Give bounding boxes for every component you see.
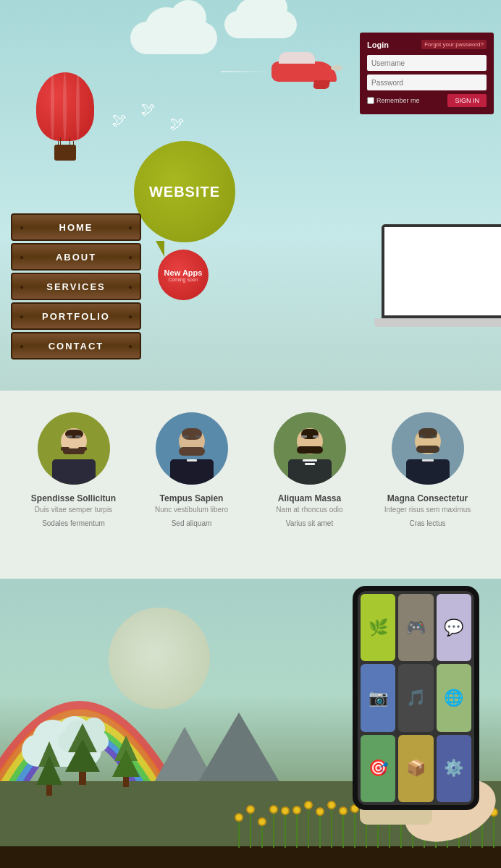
member-3-sub: Nam at rhoncus odio xyxy=(259,506,361,514)
svg-rect-26 xyxy=(416,446,439,453)
website-speech-bubble: WEBSITE xyxy=(134,141,235,242)
member-4-name: Magna Consectetur xyxy=(377,493,479,503)
phone-with-hand: 🌿 🎮 💬 📷 🎵 🌐 🎯 📦 ⚙️ xyxy=(353,586,479,810)
nav-services[interactable]: SERVICES xyxy=(11,273,141,300)
app-icon-7: 🎯 xyxy=(361,735,395,802)
avatar-2 xyxy=(156,412,228,485)
app-icon-4: 📷 xyxy=(361,664,395,731)
balloon-stripe xyxy=(51,72,54,141)
svg-rect-9 xyxy=(170,459,214,485)
nav-home[interactable]: HOME xyxy=(11,213,141,241)
password-input[interactable] xyxy=(367,75,487,90)
svg-rect-1 xyxy=(52,459,96,485)
username-input[interactable] xyxy=(367,55,487,71)
login-title: Login xyxy=(367,41,389,49)
svg-rect-20 xyxy=(313,435,319,438)
svg-rect-27 xyxy=(419,435,425,438)
dove-1: 🕊 xyxy=(112,112,127,129)
dove-2: 🕊 xyxy=(141,101,156,118)
cloud-1 xyxy=(130,22,217,54)
svg-rect-21 xyxy=(303,459,317,461)
laptop-base xyxy=(374,318,501,327)
login-header: Login Forgot your password? xyxy=(367,40,487,49)
new-apps-label: New Apps xyxy=(164,268,203,277)
avatar-3 xyxy=(274,412,346,485)
svg-rect-10 xyxy=(182,428,202,440)
team-member-4: Magna Consectetur Integer risus sem maxi… xyxy=(377,412,479,527)
app-icon-3: 💬 xyxy=(437,594,471,661)
svg-rect-11 xyxy=(179,447,205,456)
laptop xyxy=(382,224,501,327)
cloud-2 xyxy=(224,11,297,38)
avatar-1 xyxy=(38,412,110,485)
airplane xyxy=(217,61,337,82)
member-3-name: Aliquam Massa xyxy=(259,493,361,503)
svg-rect-5 xyxy=(67,435,72,438)
app-icon-6: 🌐 xyxy=(437,664,471,731)
tree-2 xyxy=(65,723,100,785)
nav-contact[interactable]: CONTACT xyxy=(11,332,141,359)
member-4-desc: Cras lectus xyxy=(377,519,479,527)
hot-air-balloon xyxy=(36,72,94,161)
app-icon-8: 📦 xyxy=(398,735,433,802)
svg-rect-6 xyxy=(75,435,81,438)
coming-soon-label: Coming soon xyxy=(168,277,198,282)
tree-mid xyxy=(36,756,62,785)
team-section: Spendisse Sollicitun Duis vitae semper t… xyxy=(0,391,501,579)
avatar-4 xyxy=(392,412,464,485)
tree-3 xyxy=(112,736,140,787)
nav-portfolio[interactable]: PORTFOLIO xyxy=(11,302,141,330)
member-1-desc: Sodales fermentum xyxy=(23,519,125,527)
tree-1 xyxy=(36,741,62,796)
svg-rect-29 xyxy=(422,459,434,461)
grass-bar xyxy=(0,846,501,868)
member-2-desc: Sed aliquam xyxy=(141,519,243,527)
app-icon-5: 🎵 xyxy=(398,664,433,731)
remember-me-checkbox[interactable] xyxy=(367,97,374,104)
member-4-sub: Integer risus sem maximus xyxy=(377,506,479,514)
balloon-stripe xyxy=(63,72,67,141)
remember-me-label[interactable]: Remember me xyxy=(367,97,420,104)
member-3-desc: Varius sit amet xyxy=(259,519,361,527)
svg-rect-24 xyxy=(406,459,450,485)
app-icon-2: 🎮 xyxy=(398,594,433,661)
balloon-stripe xyxy=(76,72,80,141)
app-icon-9: ⚙️ xyxy=(437,735,471,802)
login-footer: Remember me SIGN IN xyxy=(367,94,487,107)
svg-rect-7 xyxy=(63,448,85,454)
svg-rect-13 xyxy=(195,435,201,438)
svg-rect-19 xyxy=(301,435,307,438)
nav-menu: HOME ABOUT SERVICES PORTFOLIO CONTACT xyxy=(11,213,141,362)
login-panel: Login Forgot your password? Remember me … xyxy=(360,33,494,114)
member-2-sub: Nunc vestibulum libero xyxy=(141,506,243,514)
nav-about[interactable]: ABOUT xyxy=(11,243,141,271)
member-2-name: Tempus Sapien xyxy=(141,493,243,503)
member-1-sub: Duis vitae semper turpis xyxy=(23,506,125,514)
signin-button[interactable]: SIGN IN xyxy=(447,94,487,107)
team-member-1: Spendisse Sollicitun Duis vitae semper t… xyxy=(23,412,125,527)
dove-3: 🕊 xyxy=(170,116,185,132)
svg-rect-22 xyxy=(305,463,315,465)
balloon-basket xyxy=(54,145,76,161)
svg-rect-12 xyxy=(183,435,188,438)
speech-bubble-text: WEBSITE xyxy=(149,184,220,200)
team-member-3: Aliquam Massa Nam at rhoncus odio Varius… xyxy=(259,412,361,527)
app-icon-1: 🌿 xyxy=(361,594,395,661)
svg-rect-18 xyxy=(297,446,323,454)
new-apps-badge: New Apps Coming soon xyxy=(158,250,209,300)
phone-body: 🌿 🎮 💬 📷 🎵 🌐 🎯 📦 ⚙️ xyxy=(353,586,479,810)
tree-trunk xyxy=(46,785,52,796)
balloon-body xyxy=(36,72,94,141)
landscape-section: // Inline sunflowers generation - will u… xyxy=(0,579,501,868)
hero-section: 🕊 🕊 🕊 Login Forgot your password? Rememb… xyxy=(0,0,501,391)
laptop-screen xyxy=(382,224,501,318)
svg-rect-28 xyxy=(431,435,437,438)
forgot-password-link[interactable]: Forgot your password? xyxy=(421,40,487,49)
plane-trail xyxy=(221,71,271,72)
member-1-name: Spendisse Sollicitun xyxy=(23,493,125,503)
team-member-2: Tempus Sapien Nunc vestibulum libero Sed… xyxy=(141,412,243,527)
svg-rect-14 xyxy=(187,459,197,461)
phone-screen: 🌿 🎮 💬 📷 🎵 🌐 🎯 📦 ⚙️ xyxy=(358,591,474,805)
